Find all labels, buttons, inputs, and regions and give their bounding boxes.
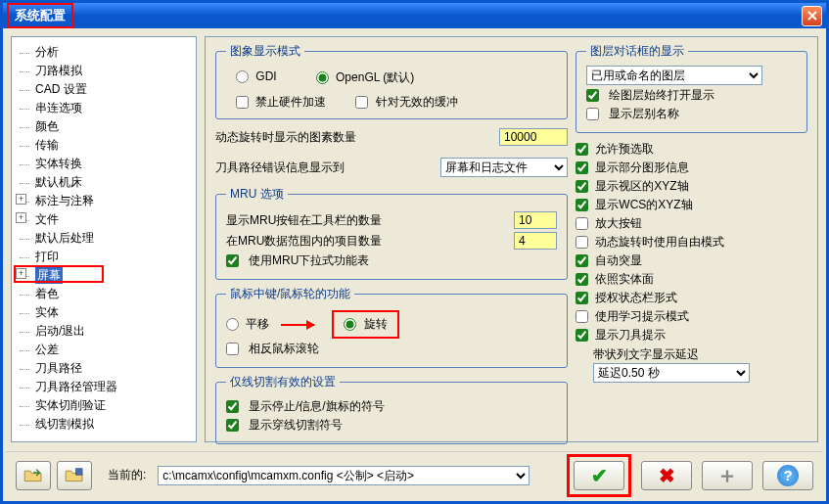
red-arrow-annotation bbox=[281, 324, 320, 325]
chk-reverse-wheel[interactable]: 相反鼠标滚轮 bbox=[226, 341, 557, 357]
tree-item-9[interactable]: 文件 bbox=[14, 210, 194, 229]
tree-item-3[interactable]: 串连选项 bbox=[14, 99, 194, 117]
cancel-button[interactable]: ✖ bbox=[641, 461, 692, 490]
right-checklist: 允许预选取 显示部分图形信息 显示视区的XYZ轴 显示WCS的XYZ轴 放大按钮… bbox=[576, 139, 807, 383]
chk-mru-dropdown[interactable]: 使用MRU下拉式功能表 bbox=[226, 252, 557, 269]
chk-thread[interactable]: 显示穿线切割符号 bbox=[226, 417, 557, 434]
tree-item-1[interactable]: 刀路模拟 bbox=[14, 62, 194, 80]
tree-item-8[interactable]: 标注与注释 bbox=[14, 192, 194, 210]
group-mru: MRU 选项 显示MRU按钮在工具栏的数量 在MRU数据范围内的项目数量 使用M… bbox=[215, 186, 568, 280]
save-folder-button[interactable] bbox=[57, 461, 92, 490]
close-button[interactable] bbox=[802, 6, 822, 26]
input-mru-range[interactable] bbox=[514, 232, 557, 250]
label-tool-err: 刀具路径错误信息显示到 bbox=[215, 160, 440, 176]
tree-item-6[interactable]: 实体转换 bbox=[14, 155, 194, 173]
add-button[interactable]: ＋ bbox=[702, 461, 753, 490]
bottom-bar: 当前的: c:\mcamx\config\mcamxm.config <公制> … bbox=[6, 451, 823, 498]
combo-tool-err[interactable]: 屏幕和日志文件 bbox=[440, 158, 568, 177]
group-layer-dialog: 图层对话框的显示 已用或命名的图层 绘图层始终打开显示 显示层别名称 bbox=[576, 43, 807, 133]
tree-item-19[interactable]: 实体切削验证 bbox=[14, 396, 194, 415]
chk-free-rotate[interactable]: 动态旋转时使用自由模式 bbox=[576, 234, 807, 251]
chk-partial-graphic[interactable]: 显示部分图形信息 bbox=[576, 160, 807, 176]
input-mru-toolbar[interactable] bbox=[514, 211, 557, 229]
chk-wcs-xyz[interactable]: 显示WCS的XYZ轴 bbox=[576, 197, 807, 213]
svg-rect-0 bbox=[76, 468, 82, 474]
nav-tree[interactable]: 分析刀路模拟CAD 设置串连选项颜色传输实体转换默认机床标注与注释文件默认后处理… bbox=[11, 36, 197, 442]
chk-viewport-xyz[interactable]: 显示视区的XYZ轴 bbox=[576, 178, 807, 195]
chk-status-bar[interactable]: 授权状态栏形式 bbox=[576, 290, 807, 306]
ok-button[interactable]: ✔ bbox=[574, 461, 624, 490]
legend-layer-dialog: 图层对话框的显示 bbox=[586, 43, 688, 60]
settings-panel: 图象显示模式 GDI OpenGL (默认) 禁止硬件加速 针对无效的缓冲 动态… bbox=[205, 36, 818, 442]
tree-item-13[interactable]: 着色 bbox=[14, 285, 194, 303]
combo-layer[interactable]: 已用或命名的图层 bbox=[586, 66, 762, 85]
label-mru-toolbar: 显示MRU按钮在工具栏的数量 bbox=[226, 212, 514, 229]
legend-mru: MRU 选项 bbox=[226, 186, 288, 203]
label-mru-range: 在MRU数据范围内的项目数量 bbox=[226, 233, 514, 250]
chk-preselect[interactable]: 允许预选取 bbox=[576, 141, 807, 158]
tree-item-20[interactable]: 线切割模拟 bbox=[14, 415, 194, 434]
legend-image-mode: 图象显示模式 bbox=[226, 43, 304, 60]
chk-auto-highlight[interactable]: 自动突显 bbox=[576, 252, 807, 269]
tree-item-16[interactable]: 公差 bbox=[14, 341, 194, 359]
group-mouse: 鼠标中键/鼠标轮的功能 平移 旋转 相反鼠标滚轮 bbox=[215, 286, 568, 368]
tree-item-5[interactable]: 传输 bbox=[14, 136, 194, 155]
chk-invalid-buffer[interactable]: 针对无效的缓冲 bbox=[355, 94, 457, 111]
chk-show-alias[interactable]: 显示层别名称 bbox=[586, 106, 797, 122]
chk-stop-flag[interactable]: 显示停止/信息/旗标的符号 bbox=[226, 398, 557, 415]
combo-ribbon-delay[interactable]: 延迟0.50 秒 bbox=[593, 363, 750, 383]
tree-item-2[interactable]: CAD 设置 bbox=[14, 80, 194, 99]
tree-item-14[interactable]: 实体 bbox=[14, 303, 194, 322]
tree-item-0[interactable]: 分析 bbox=[14, 43, 194, 62]
radio-rotate[interactable]: 旋转 bbox=[344, 316, 387, 333]
legend-mouse: 鼠标中键/鼠标轮的功能 bbox=[226, 286, 354, 302]
tree-item-12[interactable]: 屏幕 bbox=[14, 266, 194, 285]
tree-item-7[interactable]: 默认机床 bbox=[14, 173, 194, 192]
combo-config-path[interactable]: c:\mcamx\config\mcamxm.config <公制> <启动> bbox=[158, 466, 530, 485]
legend-wire: 仅线切割有效的设置 bbox=[226, 374, 340, 390]
radio-opengl[interactable]: OpenGL (默认) bbox=[316, 69, 415, 86]
chk-by-entity[interactable]: 依照实体面 bbox=[576, 271, 807, 288]
group-image-mode: 图象显示模式 GDI OpenGL (默认) 禁止硬件加速 针对无效的缓冲 bbox=[215, 43, 568, 119]
chk-zoom-btn[interactable]: 放大按钮 bbox=[576, 215, 807, 232]
help-button[interactable]: ? bbox=[762, 461, 813, 490]
chk-disable-hw[interactable]: 禁止硬件加速 bbox=[236, 94, 326, 111]
titlebar: 系统配置 bbox=[3, 3, 826, 28]
tree-item-11[interactable]: 打印 bbox=[14, 248, 194, 266]
chk-always-open[interactable]: 绘图层始终打开显示 bbox=[586, 87, 797, 104]
group-wire: 仅线切割有效的设置 显示停止/信息/旗标的符号 显示穿线切割符号 bbox=[215, 374, 568, 444]
check-icon: ✔ bbox=[591, 464, 608, 487]
window-title: 系统配置 bbox=[7, 3, 73, 28]
tree-item-10[interactable]: 默认后处理 bbox=[14, 229, 194, 248]
chk-tool-tip[interactable]: 显示刀具提示 bbox=[576, 327, 807, 344]
plus-icon: ＋ bbox=[716, 461, 738, 490]
label-ribbon-delay: 带状列文字显示延迟 bbox=[593, 346, 807, 363]
tree-item-4[interactable]: 颜色 bbox=[14, 117, 194, 136]
input-dyn-rotate[interactable] bbox=[499, 128, 568, 146]
tree-item-18[interactable]: 刀具路径管理器 bbox=[14, 378, 194, 396]
tree-item-17[interactable]: 刀具路径 bbox=[14, 359, 194, 378]
chk-learning[interactable]: 使用学习提示模式 bbox=[576, 308, 807, 325]
open-folder-button[interactable] bbox=[16, 461, 51, 490]
help-icon: ? bbox=[777, 465, 799, 486]
radio-pan[interactable]: 平移 bbox=[226, 316, 269, 333]
tree-item-15[interactable]: 启动/退出 bbox=[14, 322, 194, 341]
current-label: 当前的: bbox=[108, 467, 146, 483]
x-icon: ✖ bbox=[659, 464, 675, 487]
radio-gdi[interactable]: GDI bbox=[236, 69, 277, 86]
label-dyn-rotate: 动态旋转时显示的图素数量 bbox=[215, 129, 499, 146]
